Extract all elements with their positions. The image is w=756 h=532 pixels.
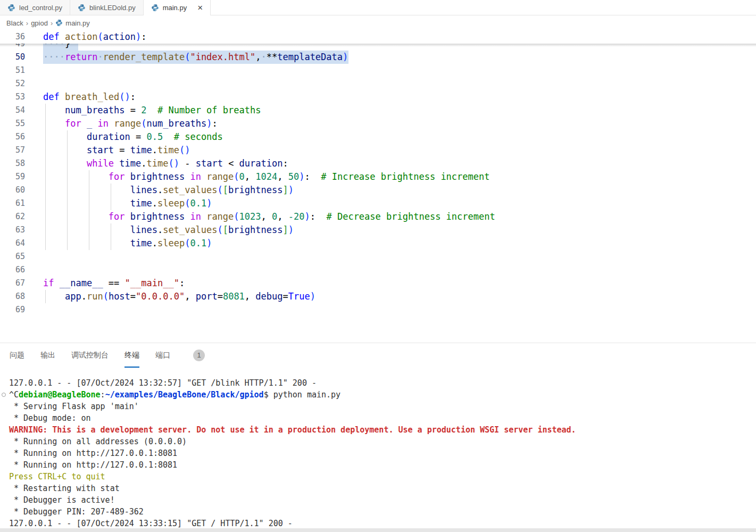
panel-tab-终端[interactable]: 终端	[124, 343, 139, 368]
code-line-51[interactable]: 51	[0, 64, 756, 77]
tab-blinkLEDold-py[interactable]: blinkLEDold.py	[70, 0, 144, 15]
code-line-69[interactable]: 69	[0, 303, 756, 317]
line-number[interactable]: 57	[0, 144, 25, 157]
code-line-52[interactable]: 52	[0, 77, 756, 90]
breadcrumb-item[interactable]: Black	[6, 19, 23, 27]
code-line-63[interactable]: 63 lines.set_values([brightness])	[0, 223, 756, 237]
code-text: for _ in range(num_breaths):	[43, 117, 218, 130]
line-number[interactable]: 63	[0, 223, 25, 237]
panel-tab-调试控制台[interactable]: 调试控制台	[71, 343, 109, 368]
line-number[interactable]: 60	[0, 184, 25, 197]
sticky-code-line[interactable]: 36def action(action):	[0, 30, 756, 44]
terminal-line: * Restarting with stat	[0, 483, 756, 494]
chevron-right-icon: ›	[51, 19, 53, 27]
editor-tab-bar: led_control.pyblinkLEDold.pymain.py×	[0, 0, 756, 15]
line-number[interactable]: 66	[0, 263, 25, 277]
line-number[interactable]: 56	[0, 130, 25, 144]
panel-tab-label: 终端	[124, 351, 139, 360]
line-number[interactable]: 50	[0, 51, 25, 64]
code-line-55[interactable]: 55 for _ in range(num_breaths):	[0, 117, 756, 130]
terminal-line: * Running on http://127.0.0.1:8081	[0, 459, 756, 471]
line-number[interactable]: 68	[0, 290, 25, 303]
terminal-output[interactable]: 127.0.0.1 - - [07/Oct/2024 13:32:57] "GE…	[0, 368, 756, 529]
line-number[interactable]: 55	[0, 117, 25, 130]
line-number[interactable]: 65	[0, 250, 25, 263]
code-text: for brightness in range(1023, 0, -20): #…	[43, 210, 495, 223]
line-number[interactable]: 62	[0, 210, 25, 223]
panel-tab-label: 调试控制台	[71, 351, 109, 360]
chevron-right-icon: ›	[26, 19, 28, 27]
panel-tab-bar: 问题输出调试控制台终端端口1	[0, 343, 756, 368]
code-text: app.run(host="0.0.0.0", port=8081, debug…	[43, 290, 315, 303]
sticky-scroll-line[interactable]: 36def action(action):	[0, 30, 756, 44]
close-icon[interactable]: ×	[197, 3, 203, 12]
breadcrumb[interactable]: Black›gpiod›main.py	[0, 15, 756, 30]
code-line-65[interactable]: 65	[0, 250, 756, 263]
code-line-60[interactable]: 60 lines.set_values([brightness])	[0, 184, 756, 197]
code-line-68[interactable]: 68 app.run(host="0.0.0.0", port=8081, de…	[0, 290, 756, 303]
breadcrumb-item[interactable]: gpiod	[31, 19, 48, 27]
code-text: time.sleep(0.1)	[43, 197, 212, 210]
python-icon	[7, 4, 15, 12]
tab-main-py[interactable]: main.py×	[144, 0, 211, 15]
code-line-67[interactable]: 67if __name__ == "__main__":	[0, 277, 756, 290]
code-lines[interactable]: 49····}50····return·render_template("ind…	[0, 44, 756, 343]
code-line-56[interactable]: 56 duration = 0.5 # seconds	[0, 130, 756, 144]
python-icon	[55, 19, 63, 27]
panel-tab-label: 端口	[155, 351, 170, 360]
code-text: while time.time() - start < duration:	[43, 157, 288, 170]
bottom-panel: 问题输出调试控制台终端端口1 127.0.0.1 - - [07/Oct/202…	[0, 343, 756, 528]
code-line-62[interactable]: 62 for brightness in range(1023, 0, -20)…	[0, 210, 756, 223]
line-number[interactable]: 58	[0, 157, 25, 170]
panel-tab-label: 问题	[10, 351, 24, 360]
code-text: start = time.time()	[43, 144, 190, 157]
vscode-window: led_control.pyblinkLEDold.pymain.py× Bla…	[0, 0, 756, 532]
python-icon	[151, 4, 159, 12]
code-text: lines.set_values([brightness])	[43, 184, 294, 197]
code-line-57[interactable]: 57 start = time.time()	[0, 144, 756, 157]
code-text: ····return·render_template("index.html",…	[43, 51, 348, 64]
code-line-66[interactable]: 66	[0, 263, 756, 277]
code-text: time.sleep(0.1)	[43, 237, 212, 250]
terminal-line: * Serving Flask app 'main'	[0, 401, 756, 412]
line-number[interactable]: 52	[0, 77, 25, 90]
code-text: for brightness in range(0, 1024, 50): # …	[43, 170, 490, 184]
terminal-line: 127.0.0.1 - - [07/Oct/2024 13:32:57] "GE…	[0, 377, 756, 389]
terminal-line: 127.0.0.1 - - [07/Oct/2024 13:33:15] "GE…	[0, 518, 756, 529]
terminal-line: * Running on http://127.0.0.1:8081	[0, 447, 756, 459]
panel-tab-端口[interactable]: 端口	[155, 343, 170, 368]
line-number[interactable]: 64	[0, 237, 25, 250]
code-line-54[interactable]: 54 num_breaths = 2 # Number of breaths	[0, 104, 756, 117]
code-line-64[interactable]: 64 time.sleep(0.1)	[0, 237, 756, 250]
command-decoration-circle-icon[interactable]	[2, 393, 6, 397]
code-text: def breath_led():	[43, 90, 136, 104]
tab-label: blinkLEDold.py	[89, 4, 136, 12]
code-text: if __name__ == "__main__":	[43, 277, 185, 290]
code-line-61[interactable]: 61 time.sleep(0.1)	[0, 197, 756, 210]
line-number[interactable]: 59	[0, 170, 25, 184]
line-number[interactable]: 51	[0, 64, 25, 77]
line-number[interactable]: 69	[0, 303, 25, 317]
code-editor[interactable]: 36def action(action): 49····}50····retur…	[0, 30, 756, 343]
panel-tab-问题[interactable]: 问题	[10, 343, 24, 368]
line-number[interactable]: 61	[0, 197, 25, 210]
code-line-53[interactable]: 53def breath_led():	[0, 90, 756, 104]
terminal-line: * Debug mode: on	[0, 412, 756, 424]
tab-led_control-py[interactable]: led_control.py	[0, 0, 70, 15]
breadcrumb-file[interactable]: main.py	[65, 19, 90, 27]
terminal-line: WARNING: This is a development server. D…	[0, 424, 756, 436]
line-number[interactable]: 36	[0, 30, 25, 44]
horizontal-scrollbar[interactable]	[0, 528, 756, 532]
line-number[interactable]: 53	[0, 90, 25, 104]
line-number[interactable]: 54	[0, 104, 25, 117]
line-number[interactable]: 67	[0, 277, 25, 290]
code-line-50[interactable]: 50····return·render_template("index.html…	[0, 51, 756, 64]
panel-tab-输出[interactable]: 输出	[40, 343, 55, 368]
terminal-line: * Debugger PIN: 207-489-362	[0, 506, 756, 518]
code-line-59[interactable]: 59 for brightness in range(0, 1024, 50):…	[0, 170, 756, 184]
tab-label: main.py	[163, 4, 187, 12]
code-line-58[interactable]: 58 while time.time() - start < duration:	[0, 157, 756, 170]
terminal-line: * Running on all addresses (0.0.0.0)	[0, 436, 756, 447]
terminal-line: Press CTRL+C to quit	[0, 471, 756, 483]
code-text: def action(action):	[43, 30, 147, 44]
